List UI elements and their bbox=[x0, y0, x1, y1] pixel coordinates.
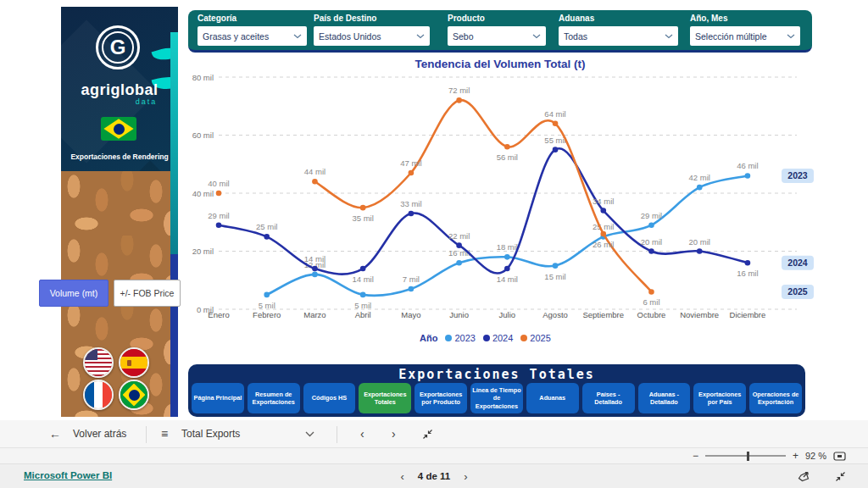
chevron-down-icon bbox=[787, 34, 795, 39]
chart-legend: Año 202320242025 bbox=[420, 333, 551, 343]
page-navigation: Exportaciones Totales Página PrincipalRe… bbox=[188, 364, 805, 417]
share-icon[interactable] bbox=[798, 471, 810, 482]
data-point-2023[interactable] bbox=[409, 286, 415, 292]
data-point-2025[interactable] bbox=[648, 289, 654, 295]
page-selector[interactable]: Total Exports bbox=[181, 420, 240, 447]
filter-dropdown[interactable]: Selección múltiple bbox=[690, 26, 800, 46]
data-point-2023[interactable] bbox=[553, 263, 559, 269]
back-button[interactable]: Volver atrás bbox=[73, 420, 126, 447]
legend-item[interactable]: 2023 bbox=[445, 333, 475, 343]
zoom-bar: − + 92 % bbox=[0, 448, 868, 464]
data-label: 46 mil bbox=[737, 161, 758, 170]
data-point-2025[interactable] bbox=[216, 191, 222, 197]
data-label: 20 mil bbox=[689, 237, 710, 247]
data-point-2023[interactable] bbox=[745, 173, 751, 179]
prev-page-chevron-icon[interactable]: ‹ bbox=[360, 420, 364, 447]
zoom-in-icon[interactable]: + bbox=[793, 450, 798, 462]
flag-france-button[interactable] bbox=[83, 380, 114, 410]
data-point-2024[interactable] bbox=[456, 242, 462, 248]
data-point-2023[interactable] bbox=[360, 292, 366, 298]
data-point-2025[interactable] bbox=[553, 121, 559, 127]
collapse-icon[interactable] bbox=[422, 420, 433, 447]
x-axis-label: Mayo bbox=[401, 310, 420, 319]
chevron-down-icon[interactable] bbox=[305, 420, 314, 447]
data-point-2025[interactable] bbox=[409, 170, 415, 176]
legend-item[interactable]: 2024 bbox=[483, 333, 513, 343]
data-point-2023[interactable] bbox=[312, 272, 318, 278]
nav-button[interactable]: Resumen de Exportaciones bbox=[248, 383, 300, 413]
data-point-2024[interactable] bbox=[409, 211, 415, 217]
data-point-2025[interactable] bbox=[504, 144, 510, 150]
zoom-slider[interactable] bbox=[705, 455, 786, 457]
language-flags bbox=[83, 347, 156, 412]
data-label: 33 mil bbox=[400, 199, 421, 208]
data-point-2025[interactable] bbox=[600, 231, 606, 237]
volume-toggle-button[interactable]: Volume (mt) bbox=[39, 280, 108, 307]
data-label: 64 mil bbox=[544, 109, 565, 119]
filter-dropdown[interactable]: Sebo bbox=[448, 26, 546, 46]
nav-button[interactable]: Operaciones de Exportación bbox=[749, 383, 802, 413]
chevron-down-icon bbox=[532, 34, 541, 39]
data-label: 5 mil bbox=[354, 301, 371, 310]
flag-brazil-button[interactable] bbox=[119, 380, 149, 410]
next-page-chevron-icon[interactable]: › bbox=[464, 470, 467, 483]
fit-to-page-icon[interactable] bbox=[833, 452, 846, 461]
nav-button[interactable]: Exportaciones Totales bbox=[359, 383, 411, 413]
data-point-2023[interactable] bbox=[504, 254, 510, 260]
next-page-chevron-icon[interactable]: › bbox=[392, 420, 396, 447]
nav-button[interactable]: Países - Detallado bbox=[582, 383, 635, 413]
data-point-2023[interactable] bbox=[456, 260, 462, 266]
back-arrow-icon[interactable]: ← bbox=[49, 420, 61, 447]
y-axis-label: 60 mil bbox=[192, 130, 214, 140]
data-point-2024[interactable] bbox=[360, 266, 366, 272]
nav-button[interactable]: Página Principal bbox=[192, 383, 244, 413]
filter-dropdown[interactable]: Grasas y aceites bbox=[198, 26, 307, 46]
data-point-2024[interactable] bbox=[553, 147, 559, 152]
filter-dropdown[interactable]: Estados Unidos bbox=[314, 26, 430, 46]
data-point-2023[interactable] bbox=[697, 185, 703, 191]
nav-button[interactable]: Línea de Tiempo de Exportaciones bbox=[470, 383, 523, 413]
data-point-2025[interactable] bbox=[360, 205, 366, 211]
legend-dot-icon bbox=[483, 335, 490, 341]
data-point-2023[interactable] bbox=[264, 292, 270, 298]
nav-button[interactable]: Aduanas bbox=[526, 383, 579, 413]
x-axis-label: Febrero bbox=[253, 310, 281, 319]
filter-dropdown[interactable]: Todas bbox=[559, 26, 678, 46]
y-axis-label: 20 mil bbox=[192, 247, 214, 256]
flag-usa-button[interactable] bbox=[83, 347, 114, 378]
nav-button[interactable]: Exportaciones por Producto bbox=[415, 383, 467, 413]
filter-value: Selección múltiple bbox=[695, 31, 783, 42]
fullscreen-icon[interactable] bbox=[835, 471, 846, 482]
flag-spain-button[interactable] bbox=[119, 347, 149, 378]
data-point-2024[interactable] bbox=[216, 222, 222, 228]
data-label: 6 mil bbox=[643, 297, 659, 307]
fob-price-toggle-button[interactable]: +/- FOB Price bbox=[114, 280, 181, 307]
nav-button[interactable]: Exportaciones por País bbox=[693, 383, 746, 413]
filter-bar: CategoríaGrasas y aceitesPaís de Destino… bbox=[188, 10, 812, 53]
data-point-2024[interactable] bbox=[264, 234, 270, 240]
nav-button[interactable]: Códigos HS bbox=[303, 383, 356, 413]
page-list-icon[interactable]: ≡ bbox=[161, 420, 168, 447]
nav-buttons: Página PrincipalResumen de Exportaciones… bbox=[192, 383, 802, 413]
data-point-2024[interactable] bbox=[600, 208, 606, 214]
zoom-slider-thumb[interactable] bbox=[747, 452, 749, 461]
data-label: 14 mil bbox=[497, 274, 518, 284]
data-point-2024[interactable] bbox=[648, 248, 654, 254]
data-point-2023[interactable] bbox=[648, 222, 654, 228]
data-point-2024[interactable] bbox=[697, 248, 703, 254]
prev-page-chevron-icon[interactable]: ‹ bbox=[400, 470, 403, 483]
x-axis-label: Abril bbox=[355, 310, 371, 319]
data-point-2025[interactable] bbox=[312, 179, 318, 185]
agriglobal-logo-icon: G bbox=[96, 25, 140, 69]
nav-button[interactable]: Aduanas - Detallado bbox=[638, 383, 691, 413]
zoom-out-icon[interactable]: − bbox=[693, 450, 698, 462]
chevron-down-icon bbox=[293, 34, 302, 39]
data-label: 5 mil bbox=[259, 301, 275, 310]
data-point-2024[interactable] bbox=[312, 266, 318, 272]
pagination: ‹ 4 de 11 › bbox=[0, 464, 868, 488]
legend-item[interactable]: 2025 bbox=[520, 333, 550, 343]
data-label: 7 mil bbox=[403, 274, 420, 284]
data-point-2024[interactable] bbox=[504, 266, 510, 272]
data-point-2025[interactable] bbox=[456, 97, 462, 103]
data-point-2024[interactable] bbox=[745, 260, 751, 266]
